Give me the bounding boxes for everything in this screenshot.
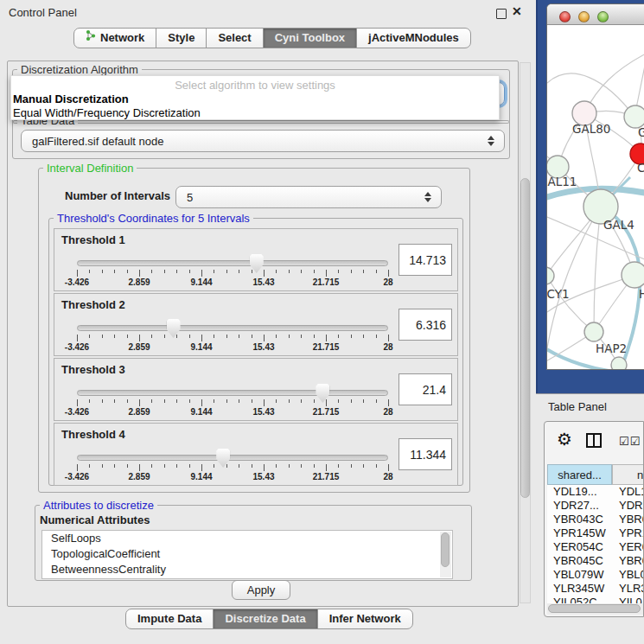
table-row[interactable]: YDR27...YDR2 [547,499,644,513]
network-node-label: GA [638,125,644,139]
main-vertical-scrollbar-thumb[interactable] [520,178,530,498]
threshold-4-ticks [77,464,388,472]
tick-label: 2.859 [128,342,150,352]
tab-impute-data[interactable]: Impute Data [125,609,214,629]
table-row[interactable]: YBR043CYBR0 [547,513,644,526]
close-traffic-light-icon[interactable] [559,11,571,22]
tick-mark [326,464,327,471]
tick-label: 9.144 [190,472,212,481]
gear-icon[interactable]: ⚙ [557,429,572,450]
table-horizontal-scrollbar-thumb[interactable] [548,604,641,613]
tick-mark [388,335,389,341]
close-icon[interactable]: ✕ [512,4,522,18]
tick-mark [226,335,227,338]
threshold-1-tick-labels: -3.4262.8599.14415.4321.71528 [77,277,388,288]
algorithm-hint: Select algorithm to view settings [11,76,499,92]
network-node-label: GAL80 [572,122,610,136]
tab-cyni-toolbox[interactable]: Cyni Toolbox [263,28,357,48]
threshold-1-track[interactable] [77,260,388,266]
tab-network[interactable]: Network [73,28,156,48]
tick-mark [164,464,165,468]
minimize-traffic-light-icon[interactable] [578,11,590,22]
numerical-attributes-list[interactable]: SelfLoopsTopologicalCoefficientBetweenne… [41,530,453,579]
threshold-2-value-field[interactable]: 6.316 [399,309,452,341]
tick-mark [189,464,190,468]
column-header-name[interactable]: n [612,464,644,485]
table-row[interactable]: YDL19...YDL1 [547,485,644,499]
tab-jactivemnodules[interactable]: jActiveMNodules [356,28,471,48]
network-node-h[interactable] [622,262,644,288]
tick-mark [289,270,290,273]
attribute-item-betweennesscentrality[interactable]: BetweennessCentrality [42,562,452,577]
tick-label: 21.715 [313,407,340,417]
tick-mark [77,464,78,471]
tick-mark [164,335,165,338]
popup-option-manual-discretization[interactable]: Manual Discretization [11,92,499,106]
number-of-intervals-combo[interactable]: 5 [175,186,442,208]
attribute-item-selfloops[interactable]: SelfLoops [42,531,452,546]
tick-mark [151,270,152,273]
tick-mark [176,335,177,338]
numerical-attributes-label: Numerical Attributes [40,513,150,526]
checkbox-columns-icon[interactable]: ☑☑ [619,435,641,448]
threshold-3-label: Threshold 3 [61,363,125,376]
tab-style[interactable]: Style [156,28,207,48]
threshold-3-value-field[interactable]: 21.4 [399,373,452,405]
apply-button[interactable]: Apply [232,580,290,600]
tab-label: Network [100,29,144,48]
tick-label: 2.859 [128,407,150,417]
tab-discretize-data[interactable]: Discretize Data [213,609,317,629]
popup-option-equal-width-frequency-discretization[interactable]: Equal Width/Frequency Discretization [11,106,499,120]
table-horizontal-scrollbar[interactable] [547,603,643,615]
tab-select[interactable]: Select [206,28,263,48]
tab-label: jActiveMNodules [368,29,459,48]
tick-mark [239,335,239,338]
split-columns-icon[interactable] [586,433,602,448]
threshold-2-track[interactable] [77,325,388,331]
table-row[interactable]: YLR345WYLR3 [547,582,644,596]
tick-mark [139,464,140,471]
tab-label: Impute Data [137,609,201,628]
column-header-shared[interactable]: shared... [547,464,612,485]
tick-mark [77,335,78,341]
table-row[interactable]: YPR145WYPR1 [547,526,644,540]
network-node-unlabeled[interactable] [611,357,627,369]
threshold-1-value-field[interactable]: 14.713 [399,244,452,276]
network-node-hap2[interactable] [584,322,603,341]
tick-mark [338,464,339,468]
table-row[interactable]: YER054CYER0 [547,540,644,554]
threshold-4-track[interactable] [77,455,388,461]
tick-mark [338,270,339,273]
tick-mark [289,335,290,338]
tick-mark [351,335,352,338]
attributes-scrollbar-thumb[interactable] [441,532,450,567]
float-window-icon[interactable] [496,9,507,19]
threshold-sliders: Threshold 1-3.4262.8599.14415.4321.71528… [54,228,458,488]
tick-mark [376,399,377,403]
table-data-combo[interactable]: galFiltered.sif default node [21,130,505,152]
cell-name: YBR0 [619,554,644,567]
tick-mark [102,464,103,468]
tick-mark [301,464,302,468]
tab-infer-network[interactable]: Infer Network [317,609,413,629]
tick-mark [239,464,239,468]
table-row[interactable]: YBL079WYBL0 [547,568,644,582]
network-node-gcy1[interactable] [547,267,554,284]
threshold-3-track[interactable] [77,390,388,396]
threshold-3-tick-labels: -3.4262.8599.14415.4321.71528 [77,407,388,418]
zoom-traffic-light-icon[interactable] [597,11,609,22]
tick-mark [89,399,90,403]
tick-mark [314,335,315,338]
table-row[interactable]: YBR045CYBR0 [547,554,644,568]
network-canvas[interactable]: GAL80GACGAL11GAL4GCY1HHAP2 [547,25,644,369]
tick-mark [376,270,377,273]
cell-shared-name: YBL079W [553,568,604,581]
algorithm-dropdown-popup: Select algorithm to view settings Manual… [10,75,500,120]
tick-mark [351,399,352,403]
tick-mark [239,399,239,403]
cell-name: YDL1 [619,485,644,498]
attributes-scrollbar[interactable] [440,532,451,577]
network-window-titlebar[interactable] [547,4,644,25]
attribute-item-topologicalcoefficient[interactable]: TopologicalCoefficient [42,546,452,562]
threshold-4-value-field[interactable]: 11.344 [399,438,452,470]
